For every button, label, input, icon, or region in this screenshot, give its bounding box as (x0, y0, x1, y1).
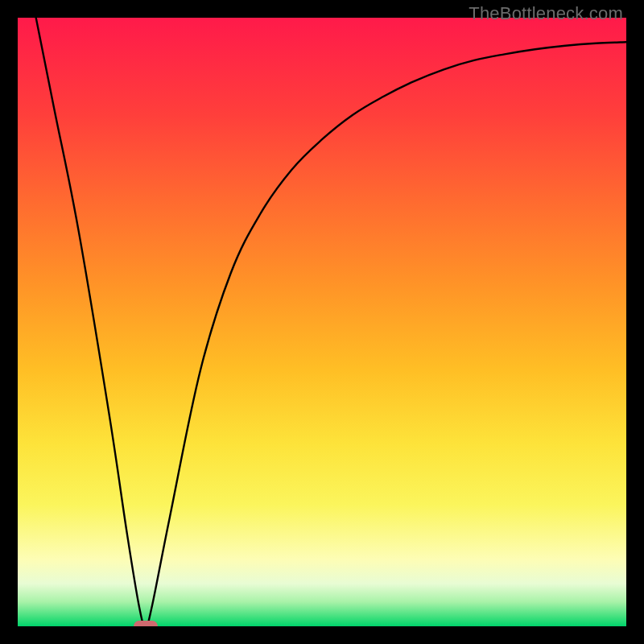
chart-frame: TheBottleneck.com (0, 0, 644, 644)
plot-area (18, 18, 626, 626)
bottleneck-curve (18, 18, 626, 626)
